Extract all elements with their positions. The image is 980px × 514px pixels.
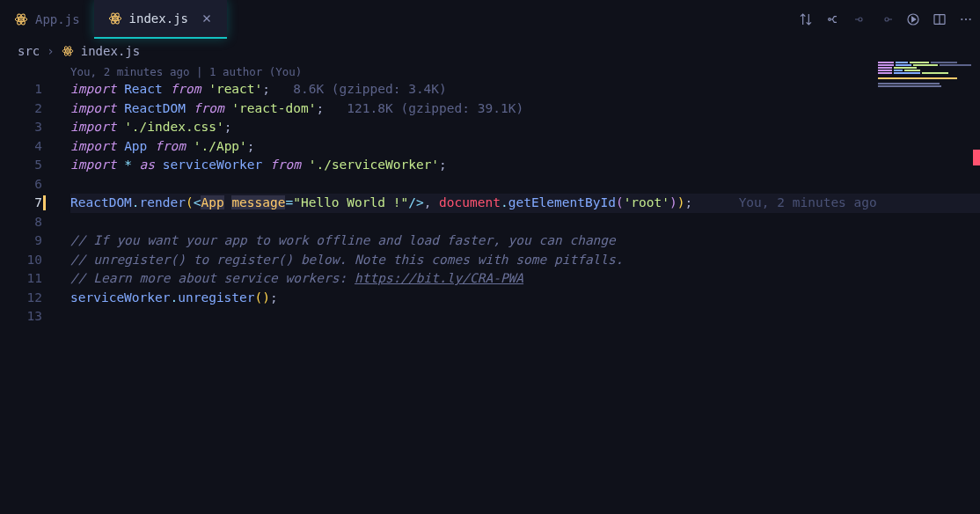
tab-label: index.js [129,11,188,26]
code-line: serviceWorker.unregister(); [70,289,980,308]
code-line [70,175,980,195]
svg-point-20 [62,49,73,54]
code-content[interactable]: import React from 'react'; 8.6K (gzipped… [51,80,980,327]
code-line: import './index.css'; [70,118,980,137]
svg-point-12 [885,18,889,21]
minimap[interactable] [878,62,975,88]
breadcrumb-folder: src [18,44,40,58]
code-line [70,213,980,232]
line-numbers: 1 2 3 4 5 6 7 8 9 10 11 12 13 [0,80,51,327]
close-icon[interactable] [201,12,213,25]
code-line: import * as serviceWorker from './servic… [70,156,980,175]
breadcrumb[interactable]: src › index.js [0,39,980,63]
gitlens-authors-line: You, 2 minutes ago | 1 author (You) [0,63,980,80]
svg-point-16 [961,18,962,20]
code-line: // If you want your app to work offline … [70,231,980,251]
code-line: // Learn more about service workers: htt… [70,269,980,289]
svg-point-4 [113,18,116,20]
tab-app-js[interactable]: App.js [0,0,94,39]
split-editor-icon[interactable] [932,12,947,26]
svg-point-1 [15,17,26,21]
svg-point-0 [20,18,23,21]
react-file-icon [62,45,74,57]
tab-index-js[interactable]: index.js [94,0,227,39]
prev-change-icon[interactable] [853,12,867,26]
chevron-right-icon: › [47,44,54,58]
compare-icon[interactable] [799,12,813,26]
svg-point-5 [109,16,121,20]
svg-point-17 [965,18,967,20]
editor-toolbar [799,12,973,26]
gitlens-blame-inline: You, 2 minutes ago [739,195,877,209]
svg-point-10 [829,18,831,21]
code-line-active: ReactDOM.render(<App message="Hello Worl… [70,194,980,213]
react-file-icon [14,12,28,26]
svg-point-18 [969,18,971,20]
code-editor[interactable]: 1 2 3 4 5 6 7 8 9 10 11 12 13 import Rea… [0,80,980,327]
next-change-icon[interactable] [880,12,894,26]
code-line: import ReactDOM from 'react-dom'; 121.8K… [70,99,980,119]
svg-point-11 [859,18,862,21]
svg-point-19 [67,50,69,52]
code-line: import React from 'react'; 8.6K (gzipped… [70,80,980,99]
tabs-container: App.js index.js [0,0,227,39]
tab-label: App.js [35,12,80,26]
code-line [70,307,980,327]
breadcrumb-file: index.js [81,44,140,58]
code-line: import App from './App'; [70,137,980,157]
overview-ruler-marker [973,150,980,165]
code-line: // unregister() to register() below. Not… [70,251,980,270]
react-file-icon [108,11,122,26]
run-icon[interactable] [906,12,920,26]
diff-icon[interactable] [825,12,841,26]
more-icon[interactable] [959,12,973,26]
